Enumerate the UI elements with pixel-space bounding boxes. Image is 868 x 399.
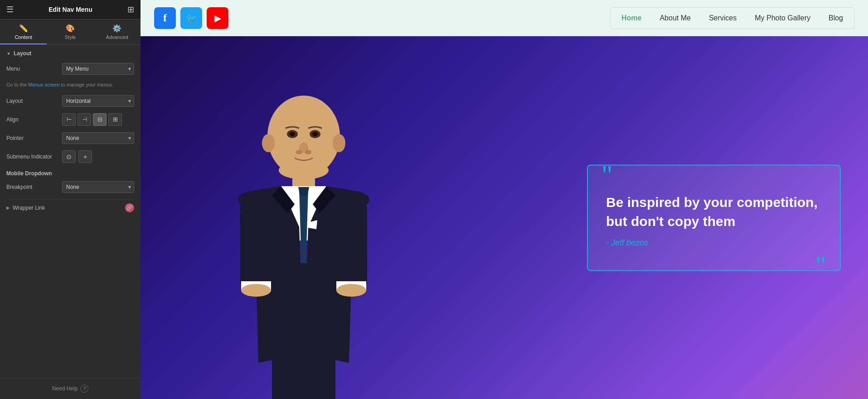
svg-point-14: [241, 284, 271, 297]
tab-advanced[interactable]: ⚙️ Advanced: [94, 19, 141, 44]
wrapper-link-label: Wrapper Link: [13, 205, 122, 211]
svg-point-20: [262, 134, 275, 152]
breakpoint-select-wrapper: None Tablet Mobile: [62, 181, 134, 193]
advanced-tab-icon: ⚙️: [112, 24, 121, 33]
pointer-select[interactable]: None Underline Overline Double: [62, 132, 134, 144]
need-help-text: Need Help: [52, 385, 78, 392]
hero-person-image: [209, 82, 399, 399]
svg-point-28: [305, 150, 311, 154]
grid-icon[interactable]: ⊞: [127, 5, 134, 14]
tab-style[interactable]: 🎨 Style: [47, 19, 93, 44]
svg-point-21: [333, 134, 345, 152]
need-help-section: Need Help ?: [0, 378, 141, 399]
layout-section-label: Layout: [14, 50, 31, 57]
facebook-button[interactable]: f: [154, 7, 176, 29]
twitter-button[interactable]: 🐦: [180, 7, 202, 29]
align-label: Align: [6, 116, 58, 123]
quote-text: Be inspired by your competition, but don…: [606, 192, 822, 231]
breakpoint-select[interactable]: None Tablet Mobile: [62, 181, 134, 193]
breakpoint-field-row: Breakpoint None Tablet Mobile: [6, 181, 134, 193]
hamburger-icon[interactable]: ☰: [6, 5, 14, 14]
svg-point-24: [290, 132, 295, 136]
svg-point-16: [336, 284, 366, 297]
youtube-icon: ▶: [214, 13, 221, 24]
quote-mark-close: ": [815, 252, 827, 279]
submenu-indicator-row: Submenu Indicator ⊙ +: [6, 150, 134, 163]
quote-mark-open: ": [601, 161, 613, 188]
align-justify-button[interactable]: ⊞: [108, 113, 122, 126]
svg-rect-12: [335, 200, 367, 290]
help-icon[interactable]: ?: [80, 385, 88, 393]
nav-link-about[interactable]: About Me: [659, 14, 690, 22]
wrapper-link-arrow: ▶: [6, 205, 10, 210]
submenu-add-button[interactable]: +: [78, 150, 92, 163]
align-right-button[interactable]: ⊟: [93, 113, 107, 126]
layout-field-row: Layout Horizontal Vertical Dropdown: [6, 95, 134, 107]
align-center-button[interactable]: ⊣: [78, 113, 91, 126]
align-left-button[interactable]: ⊢: [62, 113, 76, 126]
svg-marker-8: [298, 187, 309, 196]
twitter-icon: 🐦: [186, 13, 197, 24]
panel-tabs: ✏️ Content 🎨 Style ⚙️ Advanced: [0, 19, 141, 45]
layout-label: Layout: [6, 98, 58, 104]
submenu-circle-button[interactable]: ⊙: [62, 150, 76, 163]
wrapper-link-symbol: 🔗: [126, 205, 133, 211]
pointer-select-wrapper: None Underline Overline Double: [62, 132, 134, 144]
top-navbar: f 🐦 ▶ Home About Me Services My Photo Ga…: [141, 0, 868, 36]
mobile-dropdown-label: Mobile Dropdown: [6, 170, 134, 177]
social-icons-group: f 🐦 ▶: [154, 7, 228, 29]
panel-content: ▼ Layout Menu My Menu Primary Menu Foote…: [0, 45, 141, 378]
menu-select-wrapper: My Menu Primary Menu Footer Menu: [62, 63, 134, 75]
menu-field-row: Menu My Menu Primary Menu Footer Menu: [6, 63, 134, 75]
menus-screen-link[interactable]: Menus screen: [28, 82, 59, 87]
tab-style-label: Style: [65, 34, 76, 40]
hero-section: " Be inspired by your competition, but d…: [141, 36, 868, 399]
youtube-button[interactable]: ▶: [207, 7, 228, 29]
tab-content[interactable]: ✏️ Content: [0, 19, 47, 44]
edit-nav-panel: ☰ Edit Nav Menu ⊞ ✏️ Content 🎨 Style ⚙️ …: [0, 0, 141, 399]
tab-content-label: Content: [15, 34, 32, 40]
pointer-label: Pointer: [6, 135, 58, 141]
menu-label: Menu: [6, 66, 58, 72]
wrapper-link-row[interactable]: ▶ Wrapper Link 🔗: [6, 199, 134, 216]
panel-title: Edit Nav Menu: [48, 6, 92, 13]
nav-link-home[interactable]: Home: [621, 14, 641, 22]
svg-rect-19: [272, 263, 335, 399]
breakpoint-label: Breakpoint: [6, 184, 58, 190]
submenu-indicator-controls: ⊙ +: [62, 150, 92, 163]
facebook-icon: f: [163, 12, 167, 24]
style-tab-icon: 🎨: [66, 24, 75, 33]
svg-point-18: [301, 252, 305, 256]
menu-hint-suffix: to manage your menus.: [59, 82, 113, 87]
submenu-indicator-label: Submenu Indicator: [6, 154, 58, 160]
menu-hint-prefix: Go to the: [6, 82, 28, 87]
quote-author: - Jeff bezos: [606, 238, 822, 247]
nav-links-container: Home About Me Services My Photo Gallery …: [610, 7, 854, 29]
layout-section-header[interactable]: ▼ Layout: [6, 50, 134, 57]
align-field-row: Align ⊢ ⊣ ⊟ ⊞: [6, 113, 134, 126]
tab-advanced-label: Advanced: [106, 34, 128, 40]
svg-point-27: [296, 150, 302, 154]
nav-link-gallery[interactable]: My Photo Gallery: [755, 14, 810, 22]
svg-point-29: [279, 161, 329, 179]
main-area: f 🐦 ▶ Home About Me Services My Photo Ga…: [141, 0, 868, 399]
svg-rect-10: [240, 200, 272, 290]
wrapper-link-icon: 🔗: [125, 203, 134, 212]
svg-point-25: [312, 132, 318, 136]
panel-header: ☰ Edit Nav Menu ⊞: [0, 0, 141, 19]
svg-marker-7: [299, 188, 308, 263]
layout-select-wrapper: Horizontal Vertical Dropdown: [62, 95, 134, 107]
quote-box: " Be inspired by your competition, but d…: [587, 164, 841, 271]
menu-select[interactable]: My Menu Primary Menu Footer Menu: [62, 63, 134, 75]
content-tab-icon: ✏️: [19, 24, 28, 33]
pointer-field-row: Pointer None Underline Overline Double: [6, 132, 134, 144]
layout-select[interactable]: Horizontal Vertical Dropdown: [62, 95, 134, 107]
nav-link-blog[interactable]: Blog: [829, 14, 843, 22]
layout-collapse-arrow: ▼: [6, 51, 11, 56]
align-buttons-group: ⊢ ⊣ ⊟ ⊞: [62, 113, 134, 126]
menu-hint: Go to the Menus screen to manage your me…: [6, 81, 134, 89]
nav-link-services[interactable]: Services: [709, 14, 737, 22]
